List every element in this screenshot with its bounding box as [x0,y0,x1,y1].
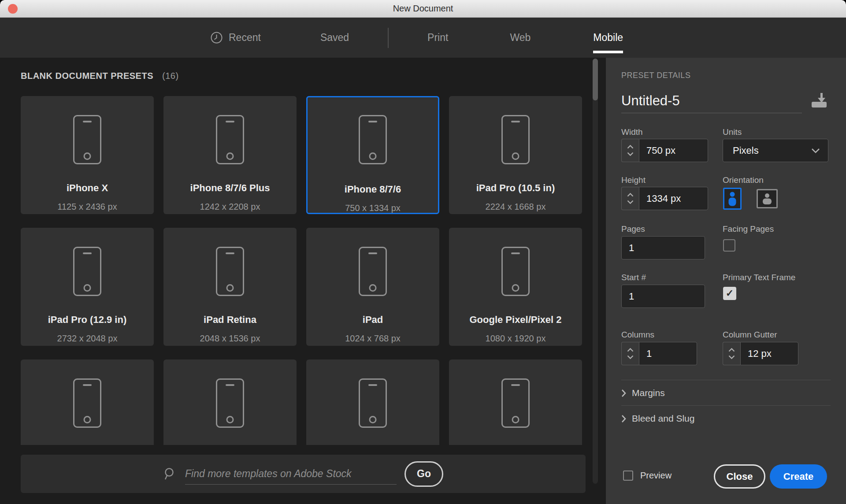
pages-input[interactable]: 1 [621,236,705,259]
facing-pages-label: Facing Pages [723,224,774,234]
preset-card-iphone-876-selected[interactable]: iPhone 8/7/6 750 x 1334 px [306,96,439,214]
height-stepper[interactable] [621,187,639,210]
preset-card-iphone-x[interactable]: iPhone X 1125 x 2436 px [21,96,154,214]
window-title: New Document [393,4,453,14]
preset-name: iPhone 8/7/6 Plus [163,182,297,194]
scrollbar-thumb[interactable] [593,59,598,100]
chevron-down-icon [627,200,634,204]
columns-input[interactable]: 1 [639,342,697,365]
bleed-and-slug-section-toggle[interactable]: Bleed and Slug [621,413,694,424]
document-name-field[interactable] [621,89,802,113]
chevron-up-icon [627,193,634,197]
units-label: Units [723,127,742,137]
adobe-stock-search-bar: Go [21,455,586,493]
orientation-label: Orientation [723,175,764,185]
preset-card-partial[interactable] [449,359,582,445]
preset-dims: 1024 x 768 px [306,334,439,344]
preset-dims: 2224 x 1668 px [449,202,582,212]
preset-grid: iPhone X 1125 x 2436 px iPhone 8/7/6 Plu… [21,96,582,445]
column-gutter-field: 12 px [723,342,798,365]
landscape-person-icon [761,193,773,204]
titlebar: New Document [0,0,846,18]
preset-card-google-pixel[interactable]: Google Pixel/Pixel 2 1080 x 1920 px [449,228,582,346]
tab-divider [388,28,389,48]
tab-web[interactable]: Web [510,18,531,58]
preset-details-panel: PRESET DETAILS Width 750 px Units Pixels… [606,58,846,504]
preset-dims: 2732 x 2048 px [21,334,154,344]
preset-name: iPad Pro (12.9 in) [21,314,154,326]
width-stepper[interactable] [621,139,639,162]
close-button[interactable]: Close [714,464,765,489]
preset-card-partial[interactable] [163,359,297,445]
tab-print[interactable]: Print [427,18,448,58]
go-button-label: Go [417,468,431,480]
search-icon [163,467,177,481]
preset-dims: 1125 x 2436 px [21,202,154,212]
checkmark-icon: ✓ [726,288,734,299]
column-gutter-input[interactable]: 12 px [740,342,798,365]
preset-name: iPad Pro (10.5 in) [449,182,582,194]
bleed-and-slug-section-label: Bleed and Slug [632,413,694,424]
tab-saved-label: Saved [320,32,349,44]
tab-web-label: Web [510,32,531,44]
facing-pages-checkbox[interactable] [723,239,735,252]
units-dropdown[interactable]: Pixels [723,139,828,162]
phone-icon [359,247,387,296]
phone-icon [501,115,530,164]
search-input[interactable] [185,463,397,485]
close-window-icon[interactable] [8,4,18,14]
width-field: 750 px [621,139,708,162]
preset-details-heading: PRESET DETAILS [621,71,690,80]
height-input[interactable]: 1334 px [639,187,708,210]
preset-name: iPhone 8/7/6 [308,184,438,195]
margins-section-label: Margins [632,388,665,398]
preview-label: Preview [640,471,672,481]
phone-icon [501,378,530,428]
preset-dims: 750 x 1334 px [308,203,438,213]
tab-recent[interactable]: Recent [211,18,261,58]
start-number-input[interactable]: 1 [621,285,705,308]
tab-saved[interactable]: Saved [320,18,349,58]
margins-section-toggle[interactable]: Margins [621,388,665,398]
portrait-person-icon [727,191,737,206]
phone-icon [73,378,101,428]
preset-card-ipad[interactable]: iPad 1024 x 768 px [306,228,439,346]
preset-card-iphone-876-plus[interactable]: iPhone 8/7/6 Plus 1242 x 2208 px [163,96,297,214]
column-gutter-label: Column Gutter [723,330,777,340]
preset-dims: 1080 x 1920 px [449,334,582,344]
chevron-up-icon [728,348,735,352]
preset-dims: 1242 x 2208 px [163,202,297,212]
height-field: 1334 px [621,187,708,210]
chevron-up-icon [627,348,634,352]
chevron-down-icon [627,152,634,156]
tab-recent-label: Recent [229,32,261,44]
preset-card-ipad-pro-105[interactable]: iPad Pro (10.5 in) 2224 x 1668 px [449,96,582,214]
section-divider [621,380,831,380]
phone-icon [216,115,244,164]
columns-stepper[interactable] [621,342,639,365]
preset-card-ipad-pro-129[interactable]: iPad Pro (12.9 in) 2732 x 2048 px [21,228,154,346]
save-preset-button[interactable] [809,92,829,110]
presets-count: (16) [162,71,179,81]
section-divider [621,405,831,406]
column-gutter-stepper[interactable] [723,342,740,365]
phone-icon [73,115,101,164]
tab-print-label: Print [427,32,448,44]
go-button[interactable]: Go [404,461,443,487]
preset-card-partial[interactable] [306,359,439,445]
presets-heading-text: BLANK DOCUMENT PRESETS [21,71,153,81]
preview-checkbox[interactable] [623,471,633,481]
chevron-right-icon [621,389,626,397]
preset-dims: 2048 x 1536 px [163,334,297,344]
preset-card-partial[interactable] [21,359,154,445]
create-button[interactable]: Create [770,464,827,489]
preset-card-ipad-retina[interactable]: iPad Retina 2048 x 1536 px [163,228,297,346]
primary-text-frame-checkbox[interactable]: ✓ [723,287,736,300]
height-label: Height [621,175,646,185]
orientation-landscape-button[interactable] [757,189,778,208]
phone-icon [359,115,387,164]
width-input[interactable]: 750 px [639,139,708,162]
scrollbar-track[interactable] [593,59,598,484]
tab-mobile[interactable]: Mobile [593,18,623,58]
orientation-portrait-button[interactable] [723,188,742,210]
